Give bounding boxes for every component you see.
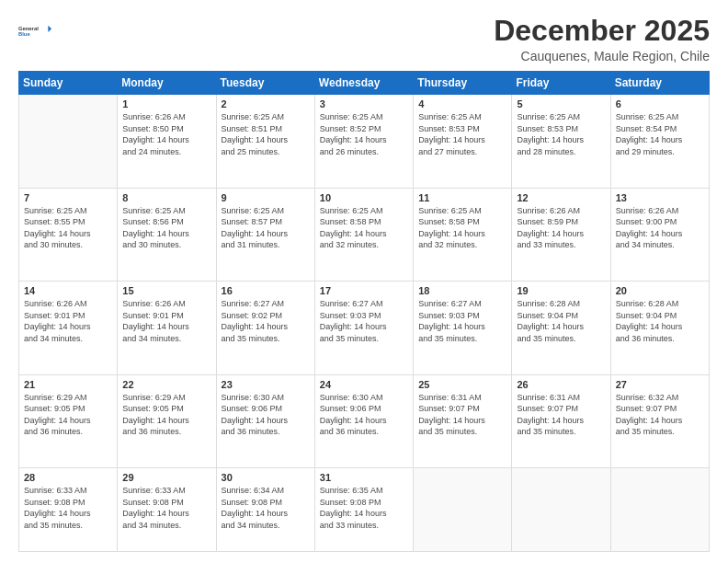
calendar-cell: 30Sunrise: 6:34 AM Sunset: 9:08 PM Dayli… [216,468,314,552]
calendar-header-row: SundayMondayTuesdayWednesdayThursdayFrid… [19,72,710,95]
day-info: Sunrise: 6:30 AM Sunset: 9:06 PM Dayligh… [320,392,408,438]
calendar-cell: 29Sunrise: 6:33 AM Sunset: 9:08 PM Dayli… [118,468,216,552]
day-info: Sunrise: 6:27 AM Sunset: 9:03 PM Dayligh… [320,298,408,344]
calendar-cell: 27Sunrise: 6:32 AM Sunset: 9:07 PM Dayli… [610,374,709,467]
calendar-cell: 23Sunrise: 6:30 AM Sunset: 9:06 PM Dayli… [216,374,314,467]
day-number: 4 [418,98,506,109]
calendar-cell: 22Sunrise: 6:29 AM Sunset: 9:05 PM Dayli… [118,374,216,467]
day-info: Sunrise: 6:30 AM Sunset: 9:06 PM Dayligh… [222,392,310,438]
day-info: Sunrise: 6:26 AM Sunset: 9:00 PM Dayligh… [616,205,704,251]
day-number: 17 [320,285,408,296]
col-header-wednesday: Wednesday [314,72,413,95]
calendar-week-row: 14Sunrise: 6:26 AM Sunset: 9:01 PM Dayli… [19,282,710,374]
day-number: 15 [122,285,210,296]
calendar-cell: 15Sunrise: 6:26 AM Sunset: 9:01 PM Dayli… [118,282,216,374]
logo-svg: General Blue [18,15,51,48]
calendar-cell: 5Sunrise: 6:25 AM Sunset: 8:53 PM Daylig… [512,95,610,188]
calendar-cell: 3Sunrise: 6:25 AM Sunset: 8:52 PM Daylig… [314,95,413,188]
day-info: Sunrise: 6:26 AM Sunset: 8:50 PM Dayligh… [122,111,210,157]
calendar-cell: 14Sunrise: 6:26 AM Sunset: 9:01 PM Dayli… [19,282,118,374]
calendar-cell: 20Sunrise: 6:28 AM Sunset: 9:04 PM Dayli… [610,282,709,374]
day-info: Sunrise: 6:31 AM Sunset: 9:07 PM Dayligh… [517,392,605,438]
svg-text:Blue: Blue [18,31,30,37]
day-number: 31 [320,472,408,483]
day-number: 16 [222,285,310,296]
day-info: Sunrise: 6:29 AM Sunset: 9:05 PM Dayligh… [122,392,210,438]
day-info: Sunrise: 6:28 AM Sunset: 9:04 PM Dayligh… [616,298,704,344]
day-number: 21 [24,379,112,390]
day-number: 23 [222,379,310,390]
calendar-cell: 1Sunrise: 6:26 AM Sunset: 8:50 PM Daylig… [118,95,216,188]
day-info: Sunrise: 6:27 AM Sunset: 9:02 PM Dayligh… [222,298,310,344]
day-number: 1 [122,98,210,109]
calendar-cell: 8Sunrise: 6:25 AM Sunset: 8:56 PM Daylig… [118,188,216,281]
day-info: Sunrise: 6:25 AM Sunset: 8:58 PM Dayligh… [320,205,408,251]
calendar-cell: 19Sunrise: 6:28 AM Sunset: 9:04 PM Dayli… [512,282,610,374]
calendar-cell: 28Sunrise: 6:33 AM Sunset: 9:08 PM Dayli… [19,468,118,552]
day-info: Sunrise: 6:25 AM Sunset: 8:54 PM Dayligh… [616,111,704,157]
calendar-cell [19,95,118,188]
calendar-cell [610,468,709,552]
calendar-cell: 11Sunrise: 6:25 AM Sunset: 8:58 PM Dayli… [414,188,512,281]
calendar-cell: 16Sunrise: 6:27 AM Sunset: 9:02 PM Dayli… [216,282,314,374]
day-number: 9 [222,192,310,203]
calendar-cell: 6Sunrise: 6:25 AM Sunset: 8:54 PM Daylig… [610,95,709,188]
col-header-tuesday: Tuesday [216,72,314,95]
day-number: 25 [418,379,506,390]
day-number: 28 [24,472,112,483]
day-info: Sunrise: 6:32 AM Sunset: 9:07 PM Dayligh… [616,392,704,438]
day-info: Sunrise: 6:27 AM Sunset: 9:03 PM Dayligh… [418,298,506,344]
day-info: Sunrise: 6:31 AM Sunset: 9:07 PM Dayligh… [418,392,506,438]
day-number: 2 [222,98,310,109]
day-info: Sunrise: 6:25 AM Sunset: 8:53 PM Dayligh… [418,111,506,157]
calendar-week-row: 1Sunrise: 6:26 AM Sunset: 8:50 PM Daylig… [19,95,710,188]
day-number: 22 [122,379,210,390]
day-number: 3 [320,98,408,109]
day-number: 5 [517,98,605,109]
col-header-monday: Monday [118,72,216,95]
day-number: 26 [517,379,605,390]
day-info: Sunrise: 6:25 AM Sunset: 8:58 PM Dayligh… [418,205,506,251]
calendar-cell: 12Sunrise: 6:26 AM Sunset: 8:59 PM Dayli… [512,188,610,281]
day-info: Sunrise: 6:25 AM Sunset: 8:57 PM Dayligh… [222,205,310,251]
day-info: Sunrise: 6:35 AM Sunset: 9:08 PM Dayligh… [320,485,408,531]
day-number: 8 [122,192,210,203]
subtitle: Cauquenes, Maule Region, Chile [494,49,710,63]
day-info: Sunrise: 6:28 AM Sunset: 9:04 PM Dayligh… [517,298,605,344]
calendar-cell: 24Sunrise: 6:30 AM Sunset: 9:06 PM Dayli… [314,374,413,467]
calendar-cell: 9Sunrise: 6:25 AM Sunset: 8:57 PM Daylig… [216,188,314,281]
calendar-cell: 4Sunrise: 6:25 AM Sunset: 8:53 PM Daylig… [414,95,512,188]
logo: General Blue [18,15,51,48]
calendar-cell [414,468,512,552]
svg-text:General: General [18,26,39,31]
day-info: Sunrise: 6:26 AM Sunset: 9:01 PM Dayligh… [24,298,112,344]
day-number: 30 [222,472,310,483]
day-number: 14 [24,285,112,296]
calendar-cell: 25Sunrise: 6:31 AM Sunset: 9:07 PM Dayli… [414,374,512,467]
day-info: Sunrise: 6:29 AM Sunset: 9:05 PM Dayligh… [24,392,112,438]
day-info: Sunrise: 6:25 AM Sunset: 8:51 PM Dayligh… [222,111,310,157]
header: General Blue December 2025 Cauquenes, Ma… [18,15,710,63]
day-info: Sunrise: 6:25 AM Sunset: 8:56 PM Dayligh… [122,205,210,251]
day-info: Sunrise: 6:34 AM Sunset: 9:08 PM Dayligh… [222,485,310,531]
calendar-cell: 7Sunrise: 6:25 AM Sunset: 8:55 PM Daylig… [19,188,118,281]
day-info: Sunrise: 6:25 AM Sunset: 8:52 PM Dayligh… [320,111,408,157]
svg-marker-2 [48,26,51,32]
day-number: 6 [616,98,704,109]
calendar-cell [512,468,610,552]
title-block: December 2025 Cauquenes, Maule Region, C… [494,15,710,63]
day-number: 10 [320,192,408,203]
day-info: Sunrise: 6:33 AM Sunset: 9:08 PM Dayligh… [122,485,210,531]
calendar-week-row: 21Sunrise: 6:29 AM Sunset: 9:05 PM Dayli… [19,374,710,467]
day-number: 7 [24,192,112,203]
day-number: 24 [320,379,408,390]
col-header-thursday: Thursday [414,72,512,95]
day-number: 19 [517,285,605,296]
day-info: Sunrise: 6:25 AM Sunset: 8:53 PM Dayligh… [517,111,605,157]
day-number: 18 [418,285,506,296]
col-header-friday: Friday [512,72,610,95]
day-number: 27 [616,379,704,390]
day-info: Sunrise: 6:25 AM Sunset: 8:55 PM Dayligh… [24,205,112,251]
col-header-saturday: Saturday [610,72,709,95]
day-number: 13 [616,192,704,203]
